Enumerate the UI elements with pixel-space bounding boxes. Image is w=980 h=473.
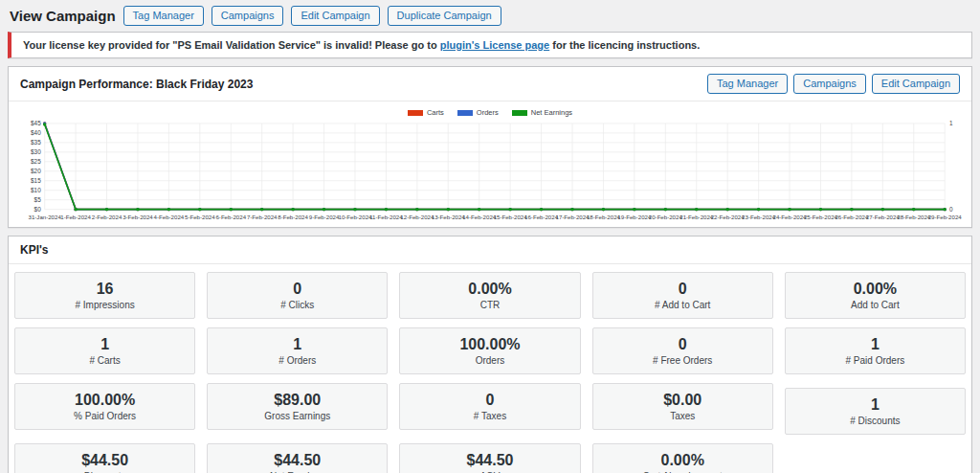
legend-swatch bbox=[457, 110, 473, 116]
svg-text:$0: $0 bbox=[34, 206, 42, 213]
legend-swatch bbox=[408, 110, 423, 116]
svg-text:$40: $40 bbox=[31, 129, 41, 136]
svg-text:2-Feb-2024: 2-Feb-2024 bbox=[92, 214, 122, 220]
svg-text:$35: $35 bbox=[31, 139, 41, 146]
svg-text:26-Feb-2024: 26-Feb-2024 bbox=[835, 214, 869, 220]
legend-item: Carts bbox=[408, 108, 444, 117]
campaign-performance-panel: Campaign Performance: Black Friday 2023 … bbox=[8, 66, 972, 228]
kpi-panel: KPI's 16 # Impressions 0 # Clicks 0.00% … bbox=[8, 236, 972, 473]
kpi-card-taxes: $0.00 Taxes bbox=[592, 383, 773, 430]
kpi-card-aov: $44.50 AOV bbox=[399, 443, 580, 473]
svg-text:5-Feb-2024: 5-Feb-2024 bbox=[185, 214, 215, 220]
svg-text:21-Feb-2024: 21-Feb-2024 bbox=[679, 214, 714, 220]
svg-text:$20: $20 bbox=[31, 168, 41, 174]
kpi-label: % Paid Orders bbox=[19, 411, 190, 421]
svg-text:19-Feb-2024: 19-Feb-2024 bbox=[617, 214, 652, 220]
kpi-card-orders-rate: 100.00% Orders bbox=[399, 327, 580, 374]
chart-area: CartsOrdersNet Earnings 31-Jan-20241-Feb… bbox=[9, 101, 971, 227]
kpi-label: # Impressions bbox=[19, 300, 190, 310]
svg-text:$25: $25 bbox=[31, 158, 41, 165]
kpi-card-net-earnings: $44.50 Net Earnings bbox=[207, 443, 388, 473]
svg-text:$30: $30 bbox=[31, 148, 41, 155]
kpi-panel-header: KPI's bbox=[9, 236, 971, 264]
svg-text:27-Feb-2024: 27-Feb-2024 bbox=[866, 214, 901, 220]
svg-text:$5: $5 bbox=[34, 196, 42, 203]
svg-text:15-Feb-2024: 15-Feb-2024 bbox=[494, 214, 528, 220]
svg-text:31-Jan-2024: 31-Jan-2024 bbox=[29, 214, 62, 220]
performance-panel-header: Campaign Performance: Black Friday 2023 … bbox=[9, 67, 971, 101]
kpi-value: $44.50 bbox=[212, 451, 383, 470]
license-page-link[interactable]: plugin's License page bbox=[440, 39, 549, 51]
kpi-label: Add to Cart bbox=[790, 300, 961, 310]
svg-text:$45: $45 bbox=[31, 120, 41, 126]
kpi-value: 0.00% bbox=[597, 451, 768, 470]
kpi-card-discounts: $44.50 Discounts bbox=[14, 443, 195, 473]
svg-text:23-Feb-2024: 23-Feb-2024 bbox=[742, 214, 776, 220]
svg-text:28-Feb-2024: 28-Feb-2024 bbox=[897, 214, 931, 220]
svg-text:22-Feb-2024: 22-Feb-2024 bbox=[711, 214, 746, 220]
kpi-card-impressions: 16 # Impressions bbox=[14, 272, 195, 319]
legend-item: Net Earnings bbox=[512, 108, 572, 117]
kpi-card-add-to-cart-count: 0 # Add to Cart bbox=[592, 272, 773, 319]
kpi-value: $44.50 bbox=[19, 451, 190, 470]
tag-manager-button[interactable]: Tag Manager bbox=[123, 6, 204, 26]
kpi-label: Taxes bbox=[597, 411, 768, 421]
panel-edit-campaign-button[interactable]: Edit Campaign bbox=[872, 74, 960, 94]
svg-text:18-Feb-2024: 18-Feb-2024 bbox=[587, 214, 621, 220]
kpi-panel-title: KPI's bbox=[20, 243, 49, 257]
svg-text:10-Feb-2024: 10-Feb-2024 bbox=[338, 214, 372, 220]
svg-text:16-Feb-2024: 16-Feb-2024 bbox=[524, 214, 559, 220]
svg-text:6-Feb-2024: 6-Feb-2024 bbox=[215, 214, 246, 220]
svg-text:$10: $10 bbox=[31, 187, 41, 193]
kpi-value: 0.00% bbox=[790, 280, 961, 299]
kpi-card-discounts-count: 1 # Discounts bbox=[785, 388, 966, 435]
kpi-value: $89.00 bbox=[212, 391, 383, 410]
kpi-label: # Taxes bbox=[404, 411, 575, 421]
svg-text:25-Feb-2024: 25-Feb-2024 bbox=[804, 214, 838, 220]
performance-chart: 31-Jan-20241-Feb-20242-Feb-20243-Feb-202… bbox=[18, 118, 962, 225]
kpi-card-orders: 1 # Orders bbox=[207, 327, 388, 374]
kpi-label: # Clicks bbox=[212, 300, 383, 310]
svg-text:1: 1 bbox=[949, 120, 953, 126]
kpi-card-free-orders: 0 # Free Orders bbox=[592, 327, 773, 374]
svg-text:1-Feb-2024: 1-Feb-2024 bbox=[60, 214, 91, 220]
panel-tag-manager-button[interactable]: Tag Manager bbox=[707, 74, 788, 94]
edit-campaign-button[interactable]: Edit Campaign bbox=[291, 6, 379, 26]
svg-text:7-Feb-2024: 7-Feb-2024 bbox=[247, 214, 278, 220]
notice-text-before: Your license key provided for "PS Email … bbox=[23, 39, 440, 51]
kpi-value: $44.50 bbox=[404, 451, 575, 470]
license-error-notice: Your license key provided for "PS Email … bbox=[8, 32, 972, 58]
svg-text:$15: $15 bbox=[31, 177, 41, 184]
kpi-label: # Discounts bbox=[790, 416, 961, 426]
svg-text:0: 0 bbox=[949, 206, 953, 213]
kpi-card-paid-orders-rate: 100.00% % Paid Orders bbox=[14, 383, 195, 430]
duplicate-campaign-button[interactable]: Duplicate Campaign bbox=[388, 6, 501, 26]
kpi-label: # Carts bbox=[19, 355, 190, 366]
kpi-card-taxes-count: 0 # Taxes bbox=[399, 383, 580, 430]
legend-label: Orders bbox=[477, 108, 499, 117]
kpi-value: 1 bbox=[790, 335, 961, 354]
campaigns-button[interactable]: Campaigns bbox=[212, 6, 284, 26]
kpi-value: 1 bbox=[790, 395, 961, 415]
legend-label: Carts bbox=[427, 108, 444, 117]
panel-campaigns-button[interactable]: Campaigns bbox=[793, 74, 866, 94]
kpi-value: 1 bbox=[19, 335, 190, 354]
svg-text:24-Feb-2024: 24-Feb-2024 bbox=[773, 214, 808, 220]
legend-swatch bbox=[512, 110, 527, 116]
kpi-value: 100.00% bbox=[19, 391, 190, 410]
legend-item: Orders bbox=[457, 108, 499, 117]
kpi-value: $0.00 bbox=[597, 391, 768, 410]
svg-text:14-Feb-2024: 14-Feb-2024 bbox=[462, 214, 497, 220]
page-header: View Campaign Tag Manager Campaigns Edit… bbox=[8, 5, 972, 26]
kpi-card-ctr: 0.00% CTR bbox=[399, 272, 580, 319]
kpi-grid: 16 # Impressions 0 # Clicks 0.00% CTR 0 … bbox=[9, 264, 971, 473]
kpi-value: 0 bbox=[597, 280, 768, 299]
kpi-label: # Add to Cart bbox=[597, 300, 768, 310]
svg-text:4-Feb-2024: 4-Feb-2024 bbox=[154, 214, 185, 220]
svg-text:11-Feb-2024: 11-Feb-2024 bbox=[369, 214, 403, 220]
svg-text:20-Feb-2024: 20-Feb-2024 bbox=[649, 214, 683, 220]
kpi-card-gross-earnings: $89.00 Gross Earnings bbox=[207, 383, 388, 430]
svg-text:3-Feb-2024: 3-Feb-2024 bbox=[122, 214, 153, 220]
svg-text:9-Feb-2024: 9-Feb-2024 bbox=[309, 214, 340, 220]
svg-text:13-Feb-2024: 13-Feb-2024 bbox=[432, 214, 466, 220]
